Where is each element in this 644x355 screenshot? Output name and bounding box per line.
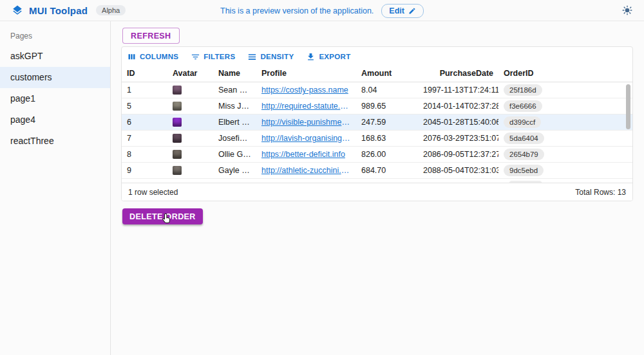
cell-purchasedate: 2076-03-29T23:51:07.968Z (418, 134, 498, 143)
cell-id: 9 (122, 166, 167, 175)
density-button[interactable]: DENSITY (247, 52, 294, 62)
column-header-purchasedate[interactable]: PurchaseDate (418, 69, 498, 78)
orderid-chip: 2654b79 (504, 149, 544, 160)
profile-link[interactable]: http://athletic-zucchini.org (261, 166, 351, 175)
filters-button[interactable]: FILTERS (191, 52, 235, 62)
table-row[interactable]: 8 Ollie Green… https://better-deficit.in… (122, 147, 632, 163)
density-button-label: DENSITY (260, 53, 294, 60)
cell-purchasedate: 2014-01-14T02:37:28.536Z (418, 102, 498, 111)
table-row-selected[interactable]: 6 Elbert McL… http://visible-punishment.… (122, 114, 632, 131)
sidebar-item-page4[interactable]: page4 (0, 109, 110, 131)
export-button-label: EXPORT (319, 53, 350, 60)
cell-orderid: d399ccf (498, 116, 632, 128)
avatar (173, 102, 182, 111)
cell-amount: 168.63 (356, 134, 418, 143)
toolpad-layers-icon (12, 5, 23, 16)
table-row[interactable]: 9 Gayle Den… http://athletic-zucchini.or… (122, 163, 632, 179)
cell-name: Miss Juan … (213, 102, 256, 111)
brightness-icon (622, 5, 632, 15)
cell-orderid: f3e6666 (498, 100, 632, 112)
sidebar-item-askgpt[interactable]: askGPT (0, 46, 110, 67)
cell-orderid: 5da6404 (498, 132, 632, 144)
sidebar-item-page1[interactable]: page1 (0, 88, 110, 109)
app-logo[interactable]: MUI Toolpad Alpha (12, 5, 126, 16)
export-button[interactable]: EXPORT (306, 52, 350, 62)
cell-amount: 684.70 (356, 166, 418, 175)
avatar (173, 166, 182, 175)
cell-id: 7 (122, 134, 167, 143)
cell-orderid: 9dc5ebd (498, 165, 632, 176)
orderid-chip: f3e6666 (504, 100, 542, 112)
avatar (173, 86, 182, 95)
alpha-badge: Alpha (96, 5, 126, 15)
app-title: MUI Toolpad (29, 5, 88, 16)
refresh-button[interactable]: REFRESH (122, 28, 180, 44)
main-content: REFRESH COLUMNS FILTERS (111, 21, 644, 355)
orderid-chip: 9dc5ebd (504, 165, 544, 176)
cell-orderid: 2654b79 (498, 149, 632, 160)
sidebar: Pages askGPT customers page1 page4 react… (0, 21, 111, 355)
cell-amount: 826.00 (356, 150, 418, 159)
delete-order-button[interactable]: DELETE ORDER (122, 208, 203, 224)
cell-avatar (167, 134, 213, 143)
edit-button[interactable]: Edit (381, 4, 424, 18)
cell-orderid: 25f186d (498, 84, 632, 96)
cell-profile: https://better-deficit.info (256, 150, 356, 159)
cell-profile: http://visible-punishment.net (256, 118, 356, 127)
cell-purchasedate: 1997-11-13T17:24:11.769Z (418, 86, 498, 95)
column-header-id[interactable]: ID (122, 69, 167, 78)
view-columns-icon (127, 52, 137, 62)
table-row[interactable]: 1 Sean Harris https://costly-pass.name 8… (122, 82, 632, 98)
sidebar-item-customers[interactable]: customers (0, 67, 110, 88)
cell-profile: http://lavish-organising.name (256, 134, 356, 143)
cell-name: Ollie Green… (213, 150, 256, 159)
theme-toggle-button[interactable] (622, 5, 632, 15)
cell-name: Josefina P… (213, 134, 256, 143)
table-row[interactable]: 7 Josefina P… http://lavish-organising.n… (122, 131, 632, 147)
table-row[interactable]: 5 Miss Juan … http://required-statute.or… (122, 98, 632, 114)
density-icon (247, 52, 257, 62)
column-header-orderid[interactable]: OrderID (498, 69, 632, 78)
column-header-amount[interactable]: Amount (356, 69, 418, 78)
column-header-avatar[interactable]: Avatar (167, 69, 213, 78)
sidebar-item-reactthree[interactable]: reactThree (0, 131, 110, 152)
profile-link[interactable]: http://visible-punishment.net (261, 118, 351, 127)
cell-name: Elbert McL… (213, 118, 256, 127)
cell-avatar (167, 102, 213, 111)
orderid-chip: 5da6404 (504, 132, 544, 144)
cell-avatar (167, 118, 213, 127)
columns-button[interactable]: COLUMNS (127, 52, 178, 62)
profile-link[interactable]: https://costly-pass.name (261, 86, 351, 95)
cell-profile: http://required-statute.org (256, 102, 356, 111)
column-header-name[interactable]: Name (213, 69, 256, 78)
cell-id: 5 (122, 102, 167, 111)
profile-link[interactable]: https://better-deficit.info (261, 150, 351, 159)
data-grid: COLUMNS FILTERS DENSITY (121, 46, 633, 201)
cell-profile: http://athletic-zucchini.org (256, 166, 356, 175)
filter-list-icon (191, 52, 200, 62)
cell-amount: 989.65 (356, 102, 418, 111)
app-bar: MUI Toolpad Alpha This is a preview vers… (0, 0, 644, 21)
sidebar-section-label: Pages (0, 26, 110, 46)
pencil-icon (408, 7, 416, 15)
profile-link[interactable]: http://required-statute.org (261, 102, 351, 111)
cell-purchasedate: 2086-09-05T12:37:27.015Z (418, 150, 498, 159)
filters-button-label: FILTERS (204, 53, 235, 60)
column-header-profile[interactable]: Profile (256, 69, 356, 78)
grid-footer: 1 row selected Total Rows: 13 (122, 183, 632, 201)
preview-text: This is a preview version of the applica… (220, 6, 374, 15)
cell-id: 6 (122, 118, 167, 127)
avatar (173, 118, 182, 127)
selection-status: 1 row selected (128, 188, 178, 197)
cell-avatar (167, 86, 213, 95)
cell-amount: 247.59 (356, 118, 418, 127)
download-icon (306, 52, 316, 62)
total-rows: Total Rows: 13 (575, 188, 626, 197)
cell-name: Gayle Den… (213, 166, 256, 175)
cell-profile: https://costly-pass.name (256, 86, 356, 95)
page: MUI Toolpad Alpha This is a preview vers… (0, 0, 644, 355)
columns-button-label: COLUMNS (140, 53, 178, 60)
vertical-scrollbar[interactable] (626, 84, 630, 129)
avatar (173, 134, 182, 143)
profile-link[interactable]: http://lavish-organising.name (261, 134, 351, 143)
